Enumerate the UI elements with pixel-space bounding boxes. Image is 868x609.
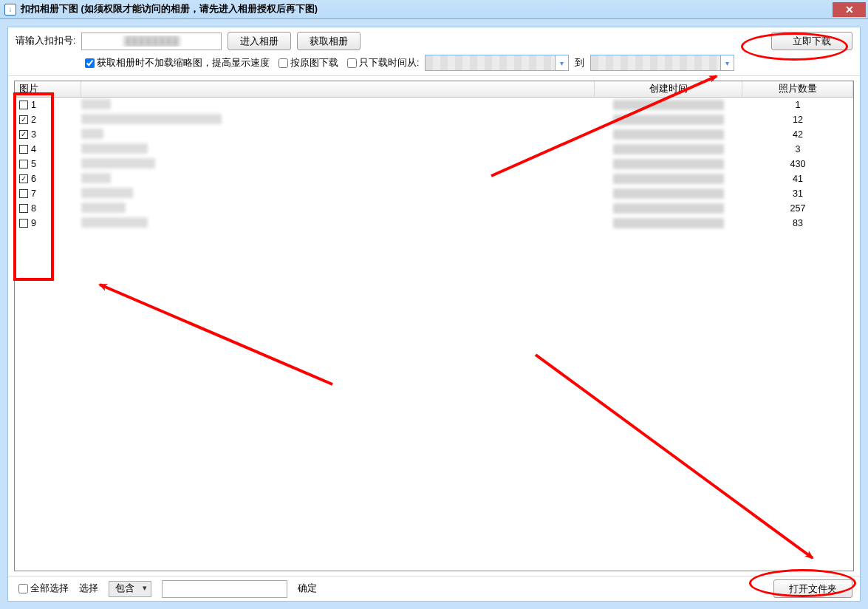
row-checkbox[interactable] <box>19 101 28 109</box>
table-row[interactable]: 731 <box>15 186 853 201</box>
created-time-blurred <box>613 159 724 169</box>
album-name-blurred <box>81 143 148 154</box>
window-title: 扣扣相册下图 (如须权限才能访问的相册，请先进入相册授权后再下图) <box>21 3 318 16</box>
row-checkbox[interactable] <box>19 219 28 228</box>
album-list[interactable]: 图片 创建时间 照片数量 11✓212✓342435430✓6417318257… <box>14 81 854 571</box>
column-count[interactable]: 照片数量 <box>742 81 853 97</box>
photo-count: 12 <box>742 115 853 125</box>
album-name-blurred <box>81 217 148 228</box>
row-number: 4 <box>31 144 36 154</box>
confirm-label: 确定 <box>298 582 317 595</box>
date-to-label: 到 <box>575 57 584 69</box>
date-range-checkbox-input[interactable] <box>347 58 357 68</box>
select-all-checkbox[interactable]: 全部选择 <box>16 582 69 596</box>
created-time-blurred <box>613 174 724 184</box>
album-name-blurred <box>81 129 103 139</box>
table-row[interactable]: 5430 <box>15 157 853 171</box>
date-to-input[interactable]: ▾ <box>590 55 734 71</box>
row-checkbox[interactable] <box>19 160 28 169</box>
photo-count: 42 <box>742 129 853 140</box>
no-thumbnail-checkbox-input[interactable] <box>85 58 95 68</box>
date-range-checkbox[interactable]: 只下载时间从: <box>344 56 419 70</box>
row-checkbox[interactable]: ✓ <box>19 174 28 183</box>
date-from-input[interactable]: ▾ <box>425 55 569 71</box>
row-checkbox[interactable] <box>19 189 28 198</box>
row-number: 9 <box>31 218 36 228</box>
table-row[interactable]: ✓212 <box>15 112 853 127</box>
photo-count: 41 <box>742 174 853 184</box>
app-icon: ↓ <box>4 4 16 16</box>
list-header: 图片 创建时间 照片数量 <box>15 81 853 98</box>
row-checkbox[interactable] <box>19 204 28 213</box>
album-name-blurred <box>81 188 133 198</box>
column-name[interactable] <box>81 81 595 97</box>
photo-count: 430 <box>742 159 853 169</box>
close-button[interactable]: ✕ <box>833 2 866 17</box>
row-number: 8 <box>31 203 36 214</box>
created-time-blurred <box>613 129 724 140</box>
row-number: 1 <box>31 100 36 110</box>
no-thumbnail-checkbox[interactable]: 获取相册时不加载缩略图，提高显示速度 <box>82 56 270 70</box>
row-checkbox[interactable]: ✓ <box>19 115 28 124</box>
created-time-blurred <box>613 144 724 154</box>
photo-count: 257 <box>742 203 853 214</box>
get-album-button[interactable]: 获取相册 <box>297 32 360 50</box>
bottom-bar: 全部选择 选择 包含 确定 打开文件夹 <box>8 576 860 601</box>
date-range-label: 只下载时间从: <box>359 57 419 69</box>
no-thumbnail-label: 获取相册时不加载缩略图，提高显示速度 <box>97 57 270 69</box>
row-checkbox[interactable] <box>19 145 28 154</box>
column-image[interactable]: 图片 <box>15 81 81 97</box>
created-time-blurred <box>613 203 724 214</box>
table-row[interactable]: ✓342 <box>15 127 853 142</box>
album-name-blurred <box>81 114 222 124</box>
created-time-blurred <box>613 115 724 125</box>
row-number: 7 <box>31 188 36 199</box>
album-name-blurred <box>81 173 111 183</box>
close-icon: ✕ <box>845 4 854 16</box>
filter-input[interactable] <box>162 580 287 598</box>
album-name-blurred <box>81 99 111 109</box>
created-time-blurred <box>613 100 724 110</box>
table-row[interactable]: 8257 <box>15 201 853 216</box>
select-label: 选择 <box>79 582 98 595</box>
row-checkbox[interactable]: ✓ <box>19 130 28 139</box>
select-all-label: 全部选择 <box>30 582 69 595</box>
title-bar: ↓ 扣扣相册下图 (如须权限才能访问的相册，请先进入相册授权后再下图) ✕ <box>0 0 868 19</box>
select-all-checkbox-input[interactable] <box>18 584 28 593</box>
table-row[interactable]: 43 <box>15 142 853 157</box>
row-number: 5 <box>31 159 36 169</box>
album-name-blurred <box>81 203 126 213</box>
original-size-checkbox[interactable]: 按原图下载 <box>276 56 338 70</box>
created-time-blurred <box>613 188 724 199</box>
enter-album-button[interactable]: 进入相册 <box>228 32 291 50</box>
download-now-button[interactable]: 立即下载 <box>771 32 852 50</box>
row-number: 3 <box>31 129 36 140</box>
original-size-checkbox-input[interactable] <box>278 58 288 68</box>
photo-count: 1 <box>742 100 853 110</box>
created-time-blurred <box>613 218 724 228</box>
photo-count: 31 <box>742 188 853 199</box>
table-row[interactable]: 11 <box>15 98 853 112</box>
original-size-label: 按原图下载 <box>290 57 338 69</box>
chevron-down-icon: ▾ <box>720 55 734 70</box>
id-input[interactable] <box>81 33 222 50</box>
chevron-down-icon: ▾ <box>555 55 568 70</box>
open-folder-button[interactable]: 打开文件夹 <box>773 579 852 598</box>
album-name-blurred <box>81 158 155 169</box>
id-label: 请输入扣扣号: <box>16 35 75 47</box>
column-created[interactable]: 创建时间 <box>595 81 742 97</box>
table-row[interactable]: ✓641 <box>15 171 853 186</box>
row-number: 2 <box>31 115 36 125</box>
top-toolbar: 请输入扣扣号: 进入相册 获取相册 立即下载 获取相册时不加载缩略图，提高显示速… <box>8 27 860 76</box>
photo-count: 3 <box>742 144 853 154</box>
table-row[interactable]: 983 <box>15 216 853 231</box>
photo-count: 83 <box>742 218 853 228</box>
match-mode-combo[interactable]: 包含 <box>109 581 151 597</box>
row-number: 6 <box>31 174 36 184</box>
